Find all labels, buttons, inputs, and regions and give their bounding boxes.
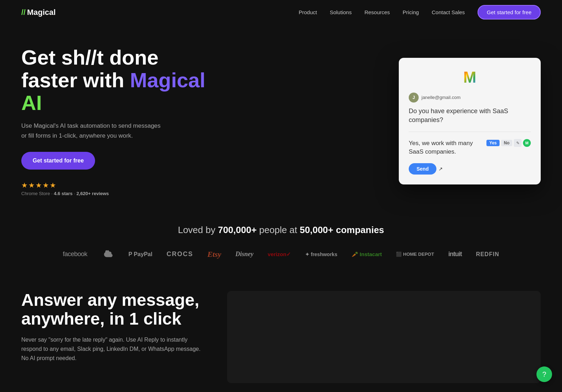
logo-slash: //: [21, 8, 26, 17]
sender-email: janelle@gmail.com: [422, 95, 461, 100]
gmail-logo: M: [409, 68, 531, 86]
star-2: ★: [28, 181, 35, 189]
star-1: ★: [21, 181, 28, 189]
gmail-sender: J janelle@gmail.com: [409, 93, 531, 103]
hero-heading-line1: Get sh//t done: [21, 46, 159, 69]
logo-paypal: P PayPal: [128, 251, 152, 258]
company-count: 50,000+: [300, 225, 334, 235]
logo-crocs: crocs: [166, 250, 193, 258]
chat-support-icon: ?: [542, 370, 546, 379]
nav-cta-button[interactable]: Get started for free: [478, 5, 541, 20]
gmail-card: M J janelle@gmail.com Do you have experi…: [399, 58, 541, 184]
chat-support-button[interactable]: ?: [536, 366, 552, 382]
edit-icon: ✎: [514, 139, 522, 147]
badge-yes[interactable]: Yes: [486, 140, 500, 146]
logo-verizon: verizon✓: [268, 251, 291, 258]
hero-heading: Get sh//t done faster with Magical AI: [21, 46, 205, 114]
hero-brand-text: Magical: [130, 68, 205, 92]
send-button[interactable]: Send: [409, 163, 436, 175]
hero-section: Get sh//t done faster with Magical AI Us…: [0, 25, 562, 210]
social-proof-section: Loved by 700,000+ people at 50,000+ comp…: [0, 210, 562, 270]
gmail-response-text: Yes, we work with many SaaS companies.: [409, 139, 482, 156]
nav-contact-sales[interactable]: Contact Sales: [432, 9, 465, 15]
logo-freshworks: ✦ freshworks: [305, 252, 337, 257]
nav-links: Product Solutions Resources Pricing Cont…: [299, 9, 541, 16]
rating-source: Chrome Store: [21, 191, 50, 196]
logo-redfin: REDFIN: [476, 251, 499, 258]
cursor-indicator: ↗: [439, 166, 443, 172]
logo-intuit: intuit: [448, 250, 462, 258]
second-section: Answer any message, anywhere, in 1 click…: [0, 270, 562, 392]
logo-instacart: 🥕 Instacart: [352, 251, 382, 258]
star-rating: ★ ★ ★ ★ ★: [21, 181, 109, 189]
title-prefix: Loved by: [178, 225, 218, 235]
logo-salesforce: [101, 250, 114, 259]
logo-facebook: facebook: [63, 250, 87, 258]
company-logos: facebook P PayPal crocs Etsy Disney veri…: [21, 250, 541, 259]
user-count: 700,000+: [218, 225, 257, 235]
review-text: Chrome Store · 4.6 stars · 2,620+ review…: [21, 191, 109, 196]
title-mid: people at: [257, 225, 299, 235]
review-count: 2,620+ reviews: [76, 191, 109, 196]
rating-value: 4.6 stars: [54, 191, 73, 196]
badge-no[interactable]: No: [501, 140, 512, 146]
logo-name: Magical: [27, 8, 56, 17]
second-heading: Answer any message, anywhere, in 1 click: [21, 291, 206, 328]
title-suffix: companies: [334, 225, 384, 235]
hero-ai-text: AI: [21, 91, 42, 114]
gmail-m-icon: M: [463, 68, 476, 86]
star-5: ★: [50, 181, 56, 189]
gmail-question: Do you have experience with SaaS compani…: [409, 107, 531, 132]
gmail-response-area: Yes, we work with many SaaS companies. Y…: [409, 139, 531, 156]
hero-subtext: Use Magical's AI task automation to send…: [21, 121, 163, 140]
nav-solutions[interactable]: Solutions: [330, 9, 352, 15]
sender-avatar: J: [409, 93, 419, 103]
hero-rating: ★ ★ ★ ★ ★ Chrome Store · 4.6 stars · 2,6…: [21, 181, 205, 196]
logo-disney: Disney: [236, 250, 254, 258]
nav-resources[interactable]: Resources: [364, 9, 390, 15]
hero-heading-line2: faster with: [21, 68, 130, 92]
logo-etsy: Etsy: [207, 250, 221, 259]
hero-right: M J janelle@gmail.com Do you have experi…: [399, 58, 541, 184]
logo[interactable]: //Magical: [21, 8, 56, 17]
social-proof-title: Loved by 700,000+ people at 50,000+ comp…: [21, 225, 541, 236]
second-left: Answer any message, anywhere, in 1 click…: [21, 291, 206, 363]
magical-badge: M: [523, 139, 531, 147]
nav-product[interactable]: Product: [299, 9, 317, 15]
star-4: ★: [43, 181, 49, 189]
second-subtext: Never say "sorry for the late reply" aga…: [21, 335, 206, 363]
logo-homedepot: ⬛ HOME DEPOT: [396, 252, 434, 257]
hero-cta-button[interactable]: Get started for free: [21, 152, 95, 170]
hero-left: Get sh//t done faster with Magical AI Us…: [21, 46, 205, 196]
second-video-area: [227, 291, 541, 383]
reply-badges: Yes No ✎ M: [486, 139, 531, 147]
nav-pricing[interactable]: Pricing: [403, 9, 419, 15]
navigation: //Magical Product Solutions Resources Pr…: [0, 0, 562, 25]
star-3: ★: [35, 181, 42, 189]
